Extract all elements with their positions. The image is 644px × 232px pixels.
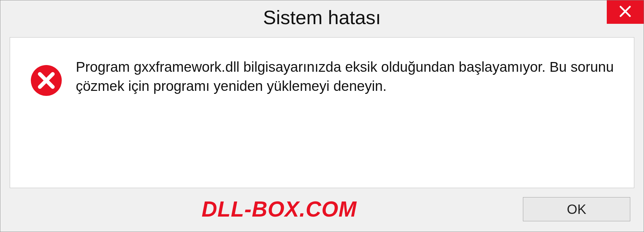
error-message: Program gxxframework.dll bilgisayarınızd… xyxy=(76,58,614,96)
error-icon xyxy=(30,64,62,97)
close-button[interactable] xyxy=(607,0,644,24)
close-icon xyxy=(618,4,632,20)
content-box: Program gxxframework.dll bilgisayarınızd… xyxy=(10,37,634,188)
title-bar: Sistem hatası xyxy=(0,0,644,34)
error-dialog: Sistem hatası Program gxxframework.dll b… xyxy=(0,0,644,232)
footer-row: DLL-BOX.COM OK xyxy=(0,197,644,222)
ok-button[interactable]: OK xyxy=(523,197,630,221)
watermark-text: DLL-BOX.COM xyxy=(202,197,357,222)
dialog-title: Sistem hatası xyxy=(263,6,381,28)
